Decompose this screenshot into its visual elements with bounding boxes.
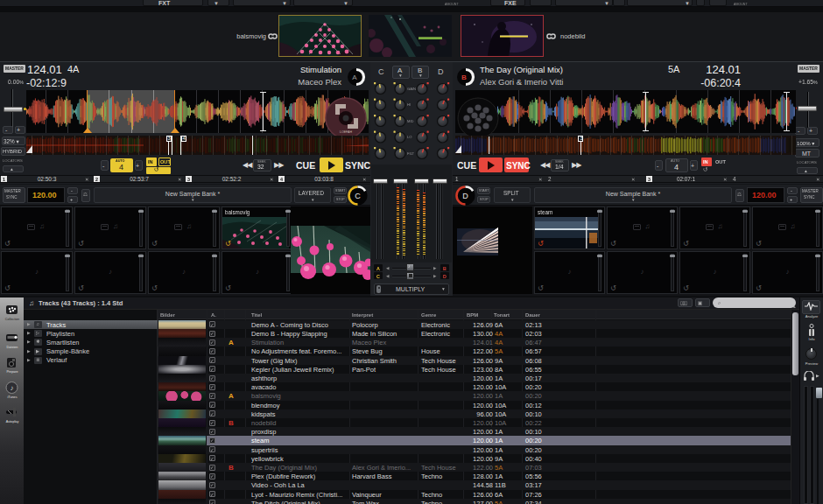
svg-text:B: B <box>461 74 467 81</box>
svg-text:C: C <box>355 192 361 200</box>
svg-text:LOEFAH: LOEFAH <box>340 130 352 134</box>
svg-text:A: A <box>352 74 357 81</box>
svg-text:♪: ♪ <box>11 384 14 392</box>
svg-text:D: D <box>462 192 468 200</box>
